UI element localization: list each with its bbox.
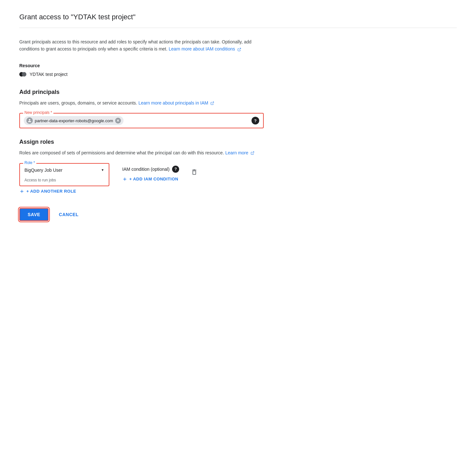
plus-icon (122, 177, 127, 182)
external-link-icon (237, 48, 241, 51)
resource-label: Resource (19, 63, 457, 68)
add-principals-description: Principals are users, groups, domains, o… (19, 99, 264, 106)
role-selected-value: BigQuery Job User (24, 168, 62, 173)
chip-avatar (26, 117, 33, 124)
chip-email: partner-data-exporter-robots@google.com (35, 118, 113, 123)
assign-roles-section: Assign roles Roles are composed of sets … (19, 139, 457, 196)
role-description: Access to run jobs (20, 177, 109, 186)
delete-role-icon[interactable] (191, 169, 198, 177)
principals-learn-more-link[interactable]: Learn more about principals in IAM (138, 100, 214, 105)
resource-name: YDTAK test project (30, 72, 68, 77)
iam-conditions-link[interactable]: Learn more about IAM conditions (169, 46, 241, 51)
trash-svg (191, 169, 198, 176)
action-buttons: SAVE CANCEL (19, 208, 457, 221)
roles-learn-more-link[interactable]: Learn more (225, 150, 254, 155)
new-principals-input-container[interactable]: New principals * partner-data-exporter-r… (19, 113, 264, 128)
iam-condition-help-icon[interactable]: ? (172, 166, 179, 173)
iam-condition-section: IAM condition (optional) ? + ADD IAM CON… (122, 163, 198, 182)
dropdown-arrow-icon: ▼ (101, 168, 104, 172)
role-iam-row: Role * BigQuery Job User ▼ Access to run… (19, 163, 457, 186)
new-principals-label: New principals * (23, 110, 53, 115)
cancel-button[interactable]: CANCEL (51, 209, 86, 220)
roles-external-link-icon (251, 151, 254, 155)
page-title: Grant access to "YDTAK test project" (19, 13, 457, 28)
add-another-plus-icon (19, 189, 24, 194)
save-button[interactable]: SAVE (19, 208, 49, 221)
assign-roles-title: Assign roles (19, 139, 457, 145)
principals-help-icon[interactable]: ? (252, 117, 259, 124)
add-principals-section: Add principals Principals are users, gro… (19, 89, 457, 128)
chip-area: partner-data-exporter-robots@google.com … (24, 116, 252, 125)
svg-point-2 (22, 72, 26, 77)
resource-section: Resource YDTAK test project (19, 63, 457, 77)
role-field[interactable]: Role * BigQuery Job User ▼ Access to run… (19, 163, 109, 186)
resource-item: YDTAK test project (19, 71, 457, 77)
principals-external-link-icon (210, 101, 214, 105)
add-iam-condition-button[interactable]: + ADD IAM CONDITION (122, 177, 179, 182)
iam-condition-header: IAM condition (optional) ? (122, 166, 179, 173)
role-field-label: Role * (23, 160, 36, 165)
project-icon (19, 71, 26, 77)
svg-line-0 (239, 48, 241, 50)
add-principals-title: Add principals (19, 89, 457, 96)
principal-chip: partner-data-exporter-robots@google.com … (24, 116, 124, 125)
iam-condition-area: IAM condition (optional) ? + ADD IAM CON… (122, 164, 179, 182)
chip-remove-button[interactable]: ✕ (115, 118, 121, 124)
iam-condition-title: IAM condition (optional) (122, 167, 169, 172)
svg-line-4 (252, 152, 254, 154)
assign-roles-description: Roles are composed of sets of permission… (19, 149, 264, 156)
main-description: Grant principals access to this resource… (19, 38, 264, 53)
role-select[interactable]: BigQuery Job User ▼ (20, 164, 109, 177)
add-another-role-button[interactable]: + ADD ANOTHER ROLE (19, 186, 76, 197)
svg-line-3 (212, 102, 214, 104)
